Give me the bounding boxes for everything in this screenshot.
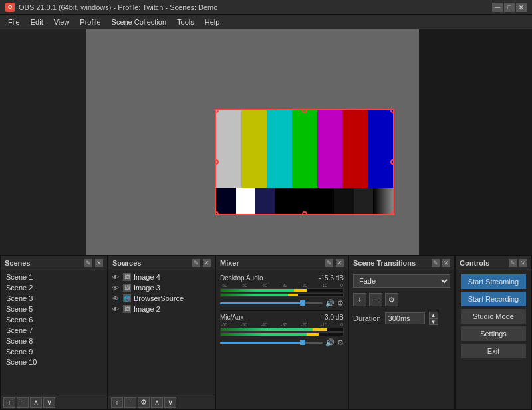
scene-item[interactable]: Scene 2: [1, 282, 107, 293]
scenes-up-button[interactable]: ∧: [30, 397, 42, 408]
scene-item[interactable]: Scene 1: [1, 272, 107, 282]
mixer-config-icon[interactable]: ✎: [325, 259, 333, 267]
scene-item[interactable]: Scene 8: [1, 336, 107, 346]
sources-remove-button[interactable]: −: [124, 397, 136, 408]
eye-icon[interactable]: 👁: [112, 306, 120, 312]
transition-buttons: + − ⚙: [353, 293, 450, 306]
duration-up-button[interactable]: ▲: [429, 312, 438, 318]
transitions-config-icon[interactable]: ✎: [432, 259, 440, 267]
bar-red: [342, 110, 368, 188]
desktop-mute-icon[interactable]: 🔊: [325, 299, 334, 308]
controls-config-icon[interactable]: ✎: [509, 259, 517, 267]
title-bar-left: O OBS 21.0.1 (64bit, windows) - Profile:…: [5, 3, 217, 12]
mic-slider[interactable]: [220, 342, 323, 344]
studio-mode-button[interactable]: Studio Mode: [461, 309, 526, 324]
scenes-down-button[interactable]: ∨: [43, 397, 55, 408]
scene-item[interactable]: Scene 5: [1, 304, 107, 314]
sources-down-button[interactable]: ∨: [164, 397, 176, 408]
menu-view[interactable]: View: [49, 17, 75, 27]
eye-icon[interactable]: 👁: [112, 295, 120, 302]
transition-remove-button[interactable]: −: [369, 293, 382, 306]
transitions-panel-icons: ✎ ✕: [432, 259, 450, 267]
mic-mute-icon[interactable]: 🔊: [325, 338, 334, 347]
bar-cyan: [267, 110, 292, 188]
scene-item[interactable]: Scene 3: [1, 293, 107, 304]
source-label: BrowserSource: [134, 294, 211, 302]
duration-row: Duration ▲ ▼: [353, 312, 450, 325]
preview-right-dark: [419, 29, 532, 255]
duration-input[interactable]: [385, 312, 425, 324]
bar-b2: [236, 188, 256, 214]
mixer-mic-name: Mic/Aux: [220, 314, 244, 321]
menu-file[interactable]: File: [3, 17, 25, 27]
handle-br[interactable]: [390, 211, 394, 215]
source-item[interactable]: 👁 🖼 Image 3: [108, 282, 215, 293]
sources-up-button[interactable]: ∧: [151, 397, 163, 408]
mic-slider-thumb[interactable]: [300, 340, 305, 345]
scene-item[interactable]: Scene 7: [1, 325, 107, 336]
scene-item[interactable]: Scene 10: [1, 357, 107, 367]
bar-b5: [334, 188, 354, 214]
bar-b4: [275, 188, 334, 214]
start-streaming-button[interactable]: Start Streaming: [461, 274, 526, 289]
scene-item[interactable]: Scene 6: [1, 314, 107, 325]
menu-scene-collection[interactable]: Scene Collection: [106, 17, 172, 27]
menu-edit[interactable]: Edit: [25, 17, 49, 27]
eye-icon[interactable]: 👁: [112, 274, 120, 280]
eye-icon[interactable]: 👁: [112, 284, 120, 291]
scenes-config-icon[interactable]: ✎: [84, 259, 92, 267]
menu-profile[interactable]: Profile: [74, 17, 106, 27]
source-item[interactable]: 👁 🌐 BrowserSource: [108, 293, 215, 304]
menu-tools[interactable]: Tools: [172, 17, 200, 27]
transitions-content: Fade + − ⚙ Duration ▲ ▼: [349, 270, 454, 409]
mic-meter-empty: [327, 328, 343, 331]
scenes-remove-button[interactable]: −: [17, 397, 29, 408]
mixer-close-icon[interactable]: ✕: [336, 259, 344, 267]
scenes-add-button[interactable]: +: [3, 397, 15, 408]
meter-empty2: [298, 294, 343, 296]
transitions-close-icon[interactable]: ✕: [442, 259, 450, 267]
maximize-button[interactable]: □: [504, 3, 515, 12]
scenes-panel-icons: ✎ ✕: [84, 259, 103, 267]
transition-gear-button[interactable]: ⚙: [385, 293, 398, 306]
bar-white: [216, 110, 241, 188]
settings-button[interactable]: Settings: [461, 326, 526, 341]
controls-close-icon[interactable]: ✕: [519, 259, 527, 267]
source-item[interactable]: 👁 🖼 Image 4: [108, 272, 215, 282]
handle-mr[interactable]: [390, 159, 394, 165]
mixer-panel-icons: ✎ ✕: [325, 259, 344, 267]
bar-green: [292, 110, 317, 188]
mixer-title: Mixer: [220, 259, 239, 267]
mic-gear-icon[interactable]: ⚙: [337, 338, 344, 347]
transition-add-button[interactable]: +: [353, 293, 366, 306]
image-icon: 🖼: [123, 305, 131, 313]
desktop-slider[interactable]: [220, 302, 323, 304]
sources-gear-button[interactable]: ⚙: [138, 397, 150, 408]
close-button[interactable]: ✕: [516, 3, 527, 12]
start-recording-button[interactable]: Start Recording: [461, 292, 526, 306]
menu-help[interactable]: Help: [200, 17, 225, 27]
duration-down-button[interactable]: ▼: [429, 318, 438, 325]
mixer-panel-header: Mixer ✎ ✕: [216, 256, 348, 270]
source-item[interactable]: 👁 🖼 Image 2: [108, 304, 215, 314]
handle-bm[interactable]: [302, 211, 307, 215]
image-icon: 🖼: [123, 284, 131, 292]
minimize-button[interactable]: —: [492, 3, 503, 12]
sources-close-icon[interactable]: ✕: [203, 259, 211, 267]
sources-config-icon[interactable]: ✎: [192, 259, 200, 267]
exit-button[interactable]: Exit: [461, 344, 526, 358]
desktop-slider-thumb[interactable]: [300, 300, 305, 306]
image-icon: 🖼: [123, 273, 131, 281]
sources-add-button[interactable]: +: [111, 397, 123, 408]
desktop-gear-icon[interactable]: ⚙: [337, 299, 344, 308]
panels-row: Scenes ✎ ✕ Scene 1 Scene 2 Scene 3 Scene…: [0, 255, 532, 410]
handle-bl[interactable]: [215, 211, 219, 215]
meter-green2: [221, 294, 288, 296]
meter-green: [221, 289, 294, 292]
scene-item[interactable]: Scene 9: [1, 346, 107, 357]
scenes-close-icon[interactable]: ✕: [95, 259, 103, 267]
title-text: OBS 21.0.1 (64bit, windows) - Profile: T…: [19, 3, 217, 11]
handle-tr[interactable]: [390, 109, 394, 113]
duration-spinner: ▲ ▼: [429, 312, 438, 325]
transition-select[interactable]: Fade: [353, 274, 450, 288]
